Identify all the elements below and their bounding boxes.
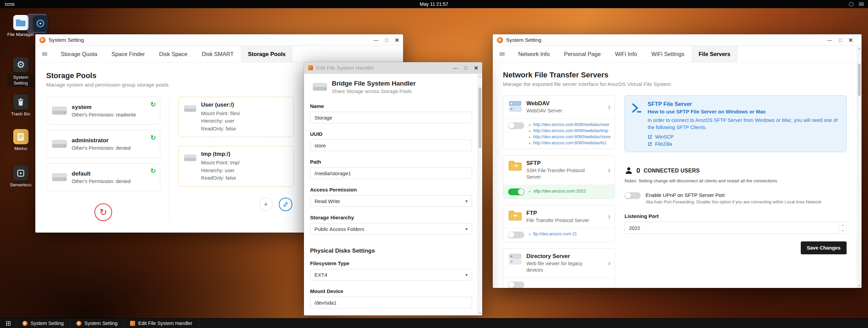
uuid-input[interactable] <box>310 140 472 151</box>
number-stepper[interactable]: ▲ ▼ <box>839 222 846 234</box>
storage-hierarchy-select[interactable]: Public Access Folders ▾ <box>310 223 472 235</box>
server-card-header[interactable]: WebDAV WebDAV Server › <box>503 96 615 119</box>
server-card-header[interactable]: Directory Server Web file viewer for leg… <box>503 249 615 278</box>
taskbar-item-edit-file-system-handler[interactable]: Edit File System Handler <box>124 318 199 328</box>
desktop-icon-system-setting[interactable]: ⚙ System Setting <box>6 57 35 87</box>
scrollbar-thumb[interactable] <box>478 87 482 148</box>
webdav-link[interactable]: ▸http://dev.arozos.com:8080/webdav/ls1 <box>529 141 611 145</box>
sync-icon[interactable]: ↻ <box>150 134 156 142</box>
webdav-link[interactable]: ▸http://dev.arozos.com:8080/webdav/user <box>529 122 611 127</box>
titlebar[interactable]: ⚙ System Setting — □ × <box>493 34 862 46</box>
webdav-toggle[interactable] <box>508 122 524 129</box>
mount-card-tmp[interactable]: tmp (tmp:/) Mount Point: tmp/ Hierarchy:… <box>178 146 294 186</box>
disk-icon <box>313 82 327 92</box>
desktop-icon-trash-bin[interactable]: Trash Bin <box>6 94 35 117</box>
handler-heading: Bridge File System Handler <box>332 80 416 87</box>
serverless-icon <box>13 165 29 181</box>
name-input[interactable] <box>310 112 472 123</box>
taskbar-item-system-setting-2[interactable]: ⚙ System Setting <box>70 318 124 328</box>
webdav-link[interactable]: ▸http://dev.arozos.com:8080/webdav/store <box>529 134 611 139</box>
minimize-button[interactable]: — <box>827 38 832 42</box>
menu-icon[interactable] <box>859 2 864 6</box>
system-setting-icon: ⚙ <box>497 37 503 43</box>
upnp-toggle[interactable] <box>625 192 641 199</box>
directory-server-toggle[interactable] <box>508 281 524 288</box>
scroll-down-icon[interactable]: ▼ <box>478 311 482 315</box>
notification-icon[interactable] <box>849 2 853 6</box>
hamburger-menu-icon[interactable] <box>35 46 54 62</box>
server-card-header[interactable]: FTP File Transfer Protocol Server › <box>503 205 615 228</box>
minimize-button[interactable]: — <box>453 66 457 70</box>
maximize-button[interactable]: □ <box>385 38 388 42</box>
webdav-link[interactable]: ▸http://dev.arozos.com:8080/webdav/tmp <box>529 128 611 133</box>
refresh-pools-button[interactable]: ↻ <box>94 203 112 221</box>
caret-down-icon: ▾ <box>465 226 468 232</box>
server-card-header[interactable]: SFTP SSH File Transfer Protocol Server › <box>503 156 615 185</box>
maximize-button[interactable]: □ <box>839 38 842 42</box>
close-button[interactable]: × <box>474 64 478 71</box>
maximize-button[interactable]: □ <box>464 66 467 70</box>
titlebar[interactable]: Edit File System Handler — □ × <box>304 62 482 74</box>
scrollbar[interactable]: ▲ ▼ <box>857 46 862 288</box>
sync-icon[interactable]: ↻ <box>150 101 156 108</box>
stepper-up-icon[interactable]: ▲ <box>839 222 846 228</box>
tab-disk-space[interactable]: Disk Space <box>152 46 194 62</box>
hostname: ccns <box>0 1 15 7</box>
sftp-link[interactable]: ▸sftp://dev.arozos.com:2022 <box>529 188 586 194</box>
listening-port-field: ▲ ▼ <box>625 222 847 234</box>
filesystem-type-select[interactable]: EXT4 ▾ <box>310 269 472 280</box>
tab-network-info[interactable]: Network Info <box>511 46 557 62</box>
close-button[interactable]: × <box>395 36 399 43</box>
desktop-icon-serverless[interactable]: Serverless <box>6 165 35 188</box>
tab-storage-pools[interactable]: Storage Pools <box>241 46 293 62</box>
filezilla-link[interactable]: FileZilla <box>648 141 838 147</box>
titlebar[interactable]: ⚙ System Setting — □ × <box>35 34 403 46</box>
tab-space-finder[interactable]: Space Finder <box>104 46 152 62</box>
tab-storage-quota[interactable]: Storage Quota <box>54 46 104 62</box>
add-mount-button[interactable]: + <box>259 198 273 211</box>
tab-personal-page[interactable]: Personal Page <box>557 46 608 62</box>
handler-icon <box>308 65 313 70</box>
tab-wifi-info[interactable]: WiFi Info <box>608 46 644 62</box>
access-permission-select[interactable]: Read Write ▾ <box>310 195 472 207</box>
link-mount-button[interactable] <box>279 198 292 211</box>
ftp-toggle[interactable] <box>508 232 524 238</box>
mount-card-user[interactable]: User (user:/) Mount Point: files/ Hierar… <box>178 97 294 137</box>
server-card-ftp: FTP File Transfer Protocol Server › ▸ftp… <box>503 205 615 242</box>
mount-device-input[interactable] <box>310 297 472 308</box>
tab-file-servers[interactable]: File Servers <box>691 46 738 62</box>
taskbar-item-system-setting-1[interactable]: ⚙ System Setting <box>16 318 70 328</box>
stepper-down-icon[interactable]: ▼ <box>839 228 846 234</box>
save-changes-button[interactable]: Save Changes <box>801 241 847 254</box>
ftp-link[interactable]: ▸ftp://dev.arozos.com:21 <box>529 232 577 236</box>
access-permission-label: Access Permission <box>310 187 472 193</box>
scroll-down-icon[interactable]: ▼ <box>857 283 862 288</box>
path-input[interactable] <box>310 167 472 179</box>
scrollbar[interactable]: ▲ ▼ <box>477 74 482 315</box>
sync-icon[interactable]: ↻ <box>150 167 156 175</box>
listening-port-input[interactable] <box>625 222 839 234</box>
tab-disk-smart[interactable]: Disk SMART <box>195 46 241 62</box>
hamburger-menu-icon[interactable] <box>493 46 511 62</box>
desktop-icon-memo[interactable]: Memo <box>6 129 35 152</box>
scrollbar-thumb[interactable] <box>858 63 861 96</box>
physical-disks-section-heading: Physical Disks Settings <box>310 248 472 254</box>
sftp-toggle[interactable] <box>508 188 524 195</box>
tab-wifi-settings[interactable]: WiFi Settings <box>644 46 691 62</box>
mount-device-label: Mount Device <box>310 288 472 294</box>
pool-card-default[interactable]: default Other's Permission: denied ↻ <box>46 163 160 191</box>
pool-card-system[interactable]: system Other's Permission: readwrite ↻ <box>46 97 160 125</box>
minimize-button[interactable]: — <box>374 38 378 42</box>
system-setting-icon: ⚙ <box>39 37 46 43</box>
winscp-link[interactable]: WinSCP <box>648 134 838 140</box>
handler-subheading: Share Storage across Storage Pools <box>332 89 416 94</box>
close-button[interactable]: × <box>849 36 853 43</box>
clock: May 11 21:57 <box>420 1 448 7</box>
scroll-up-icon[interactable]: ▲ <box>478 74 482 78</box>
app-launcher-button[interactable] <box>0 318 16 328</box>
pool-card-administrator[interactable]: administrator Other's Permission: denied… <box>46 130 160 158</box>
scroll-up-icon[interactable]: ▲ <box>857 46 862 51</box>
taskbar: ⚙ System Setting ⚙ System Setting Edit F… <box>0 318 868 328</box>
handler-icon <box>130 321 135 326</box>
desktop-icon-selected[interactable] <box>29 16 52 31</box>
